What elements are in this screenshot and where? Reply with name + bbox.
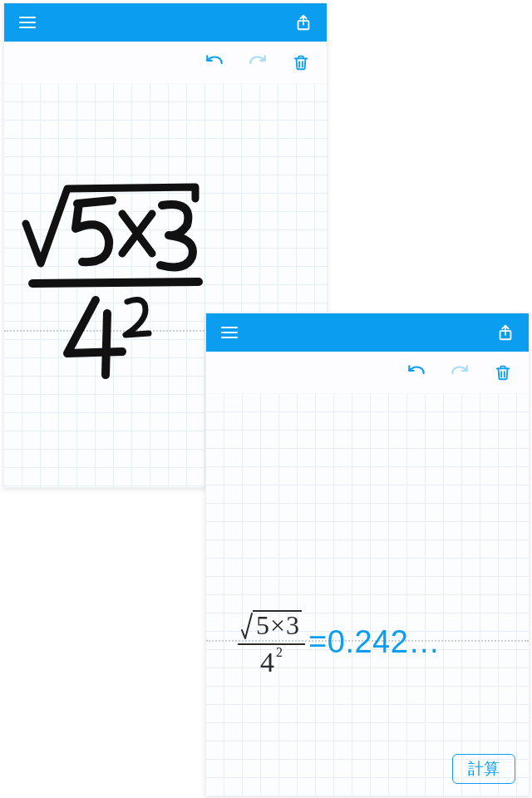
redo-icon[interactable]	[245, 50, 270, 75]
edit-toolbar	[4, 42, 327, 84]
drawing-canvas[interactable]: 5×3 42 =0.242… 計算	[206, 394, 529, 796]
denominator-base: 4	[260, 647, 274, 677]
redo-icon[interactable]	[447, 360, 472, 385]
recognized-expression: 5×3 42 =0.242…	[238, 608, 441, 677]
calculate-button[interactable]: 計算	[452, 754, 515, 784]
denominator-exponent: 2	[276, 645, 283, 659]
undo-icon[interactable]	[202, 50, 227, 75]
menu-icon[interactable]	[218, 321, 241, 344]
equals-sign: =	[308, 624, 328, 659]
screenshot-result: 5×3 42 =0.242… 計算	[205, 313, 530, 796]
radicand-b: 3	[286, 610, 299, 640]
sqrt-icon	[241, 612, 253, 640]
share-icon[interactable]	[292, 11, 315, 34]
edit-toolbar	[206, 352, 529, 394]
title-bar	[206, 313, 529, 352]
trash-icon[interactable]	[490, 360, 515, 385]
menu-icon[interactable]	[16, 11, 39, 34]
title-bar	[4, 3, 327, 42]
result-value: 0.242…	[328, 624, 441, 659]
radicand-op: ×	[269, 610, 286, 640]
share-icon[interactable]	[494, 321, 517, 344]
radicand-a: 5	[256, 610, 269, 640]
handwritten-expression	[21, 167, 220, 358]
trash-icon[interactable]	[288, 50, 313, 75]
undo-icon[interactable]	[404, 360, 429, 385]
